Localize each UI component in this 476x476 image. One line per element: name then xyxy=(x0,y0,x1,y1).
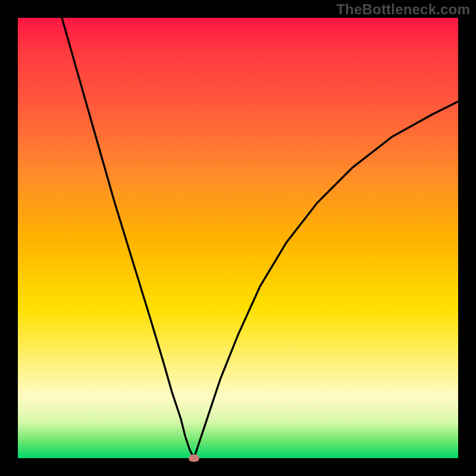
plot-area xyxy=(18,18,458,458)
watermark-label: TheBottleneck.com xyxy=(336,1,470,18)
chart-frame: TheBottleneck.com xyxy=(0,0,476,476)
curve-right-branch xyxy=(194,102,458,458)
bottleneck-curve xyxy=(18,18,458,458)
curve-left-branch xyxy=(62,18,194,458)
minimum-marker xyxy=(189,455,199,462)
